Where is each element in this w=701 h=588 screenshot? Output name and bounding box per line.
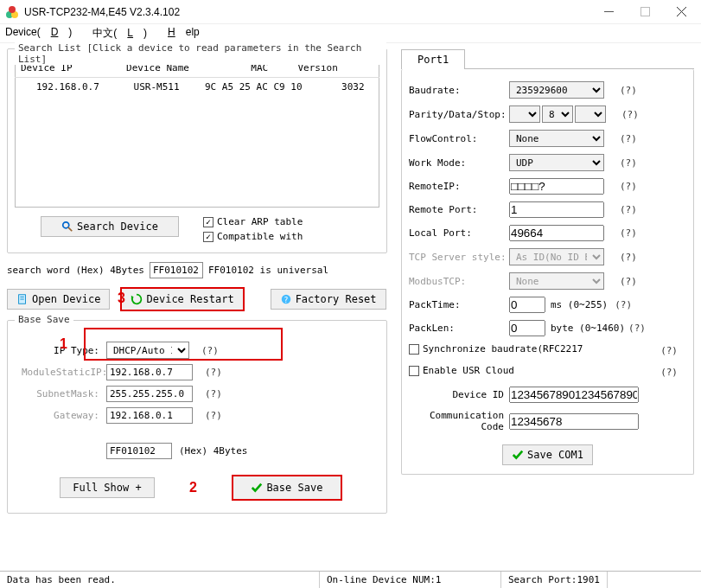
mode-label: Work Mode: [409,157,509,169]
base-save-title: Base Save [15,314,73,325]
help-link[interactable]: (?) [620,252,637,263]
device-id-input[interactable] [509,387,639,403]
search-list-title: Search List [Click a device to read para… [15,42,386,65]
svg-rect-4 [640,8,649,16]
help-link[interactable]: (?) [615,299,632,310]
check-icon [512,449,524,461]
packlen-unit: byte (0~1460) [551,323,625,334]
comm-code-label: Communication Code [409,410,509,432]
callout-1: 1 [60,336,67,352]
help-link[interactable]: (?) [620,157,637,169]
titlebar: USR-TCP232-M4,E45 V2.3.4.102 [0,0,701,24]
modbustcp-label: ModbusTCP: [409,276,509,287]
check-icon [251,482,263,494]
menu-device[interactable]: Device(D) [5,26,82,41]
menu-chinese[interactable]: 中文(L) [92,26,157,41]
remoteport-input[interactable] [509,201,604,218]
table-row[interactable]: 192.168.0.7 USR-M511 9C A5 25 AC C9 10 3… [16,78,379,96]
comm-code-input[interactable] [509,413,639,430]
help-link[interactable]: (?) [205,410,222,421]
help-link[interactable]: (?) [620,204,637,215]
baud-select[interactable]: 235929600 [509,81,604,99]
callout-1-box [84,328,283,361]
menubar: Device(D) 中文(L) Help [0,24,701,43]
base-hex-note: (Hex) 4Bytes [179,445,247,457]
data-select[interactable]: 8 [542,105,573,123]
tcpserver-label: TCP Server style: [409,252,509,263]
packlen-input[interactable] [509,320,545,336]
open-device-button[interactable]: Open Device [7,289,110,310]
parity-select[interactable] [509,105,540,123]
enable-cloud-checkbox[interactable]: Enable USR Cloud [409,365,514,376]
help-link[interactable]: (?) [620,276,637,287]
subnet-label: SubnetMask: [22,388,99,399]
pds-label: Parity/Data/Stop: [409,109,509,120]
clear-arp-checkbox[interactable]: ✓Clear ARP table [203,216,303,227]
save-com1-button[interactable]: Save COM1 [502,444,593,465]
svg-point-2 [9,6,16,13]
refresh-icon [131,293,143,305]
tab-port1[interactable]: Port1 [401,49,465,69]
tcpserver-select: As ID(No ID Broadca [509,248,604,265]
app-icon [5,5,19,19]
callout-2: 2 [189,480,197,495]
help-link[interactable]: (?) [628,323,646,334]
callout-3: 3 [118,291,125,306]
maximize-button[interactable] [627,0,663,24]
stop-select[interactable] [575,105,606,123]
compatible-checkbox[interactable]: ✓Compatible with [203,231,303,242]
help-link[interactable]: (?) [620,85,637,96]
help-icon: ? [280,293,292,305]
port1-panel: Baudrate:235929600(?) Parity/Data/Stop:8… [401,69,694,475]
packtime-label: PackTime: [409,299,509,310]
status-online: On-line Device NUM:1 [320,572,501,588]
static-ip-input[interactable] [106,364,193,380]
static-ip-label: ModuleStaticIP: [22,367,99,378]
base-hex-input[interactable] [106,443,172,459]
full-show-button[interactable]: Full Show + [60,477,155,498]
document-icon [16,293,29,305]
svg-line-8 [68,227,72,231]
help-link[interactable]: (?) [621,109,639,120]
factory-reset-button[interactable]: ? Factory Reset [271,289,386,310]
help-link[interactable]: (?) [620,181,637,192]
remoteip-input[interactable] [509,178,604,195]
base-save-group: Base Save 1 IP Type: DHCP/Auto IP (?) Mo… [7,320,387,514]
help-link[interactable]: (?) [660,367,678,378]
packtime-input[interactable] [509,297,545,313]
statusbar: Data has been read. On-line Device NUM:1… [0,571,701,588]
flow-select[interactable]: None [509,130,604,147]
searchword-note: FF010102 is universal [208,265,328,276]
help-link[interactable]: (?) [205,388,222,399]
searchword-input[interactable] [150,262,203,278]
search-list-group: Search List [Click a device to read para… [7,48,387,253]
packtime-unit: ms (0~255) [551,299,608,310]
magnifier-icon [61,220,73,233]
minimize-button[interactable] [590,0,627,24]
sync-baud-checkbox[interactable]: Synchronize baudrate(RFC2217 [409,343,583,355]
help-link[interactable]: (?) [620,133,637,144]
remoteip-label: RemoteIP: [409,181,509,192]
svg-text:?: ? [284,296,288,304]
packlen-label: PackLen: [409,323,509,334]
close-button[interactable] [663,0,699,24]
device-id-label: Device ID [409,389,509,400]
window-title: USR-TCP232-M4,E45 V2.3.4.102 [24,6,590,18]
help-link[interactable]: (?) [660,345,678,356]
mode-select[interactable]: UDP [509,154,604,171]
search-device-button[interactable]: Search Device [41,216,179,237]
status-port: Search Port:1901 [501,572,608,588]
localport-label: Local Port: [409,227,509,239]
help-link[interactable]: (?) [620,227,637,239]
remoteport-label: Remote Port: [409,204,509,215]
modbustcp-select: None [509,272,604,290]
help-link[interactable]: (?) [205,367,222,378]
localport-input[interactable] [509,225,604,241]
gateway-input[interactable] [106,407,193,424]
gateway-label: Gateway: [22,410,99,421]
baud-label: Baudrate: [409,85,509,96]
menu-help[interactable]: Help [168,26,210,41]
subnet-input[interactable] [106,386,193,402]
base-save-button[interactable]: Base Save [232,475,342,501]
device-restart-button[interactable]: Device Restart [120,287,244,311]
